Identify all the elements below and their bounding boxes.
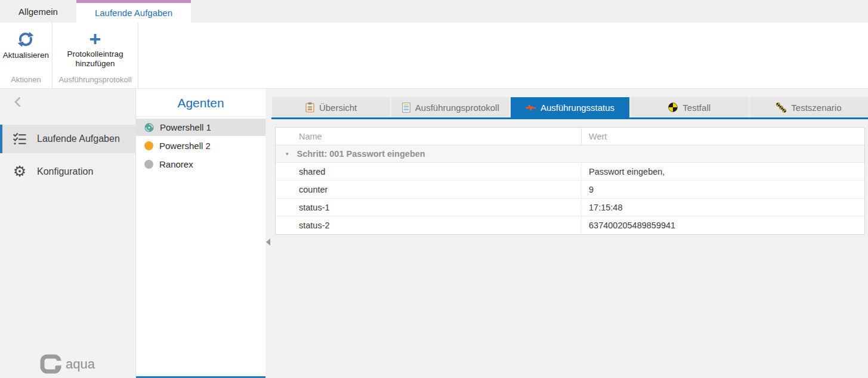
refresh-button-label: Aktualisieren bbox=[3, 51, 49, 60]
table-header-row: Name Wert bbox=[276, 128, 864, 145]
refresh-icon bbox=[16, 30, 35, 49]
agent-offline-status-icon bbox=[144, 160, 153, 169]
sidebar: Laufende Aufgaben ⚙ Konfiguration aqua bbox=[0, 89, 136, 378]
application-window: Allgemein Laufende Aufgaben bbox=[0, 0, 868, 378]
panel-collapse-arrow[interactable] bbox=[266, 238, 270, 246]
agent-item-powershell-2[interactable]: Powershell 2 bbox=[136, 137, 265, 154]
agent-item-ranorex[interactable]: Ranorex bbox=[136, 156, 265, 173]
pulse-icon bbox=[526, 103, 536, 111]
sidebar-item-label: Konfiguration bbox=[37, 166, 93, 177]
gear-icon: ⚙ bbox=[12, 164, 27, 179]
agents-panel-title: Agenten bbox=[136, 89, 265, 117]
ribbon-tab-laufende-aufgaben[interactable]: Laufende Aufgaben bbox=[76, 0, 191, 23]
plus-icon: + bbox=[89, 30, 101, 48]
tab-testfall[interactable]: Testfall bbox=[631, 97, 749, 117]
cell-value: 17:15:48 bbox=[581, 199, 864, 216]
testcase-icon bbox=[668, 103, 678, 112]
sidebar-item-laufende-aufgaben[interactable]: Laufende Aufgaben bbox=[0, 125, 135, 153]
agent-label: Powershell 2 bbox=[159, 141, 211, 151]
table-row[interactable]: shared Passwort eingeben, bbox=[276, 163, 864, 181]
collapse-icon: ▾ bbox=[286, 151, 289, 157]
tab-label: Testfall bbox=[682, 103, 711, 113]
agent-label: Powershell 1 bbox=[160, 122, 211, 132]
add-log-entry-button-label: Protokolleintrag hinzufügen bbox=[56, 49, 135, 69]
tab-label: Ausführungsprotokoll bbox=[415, 103, 499, 113]
ribbon-group-label-ausfuehrungsprotokoll: Ausführungsprotokoll bbox=[52, 75, 138, 88]
cell-name: shared bbox=[276, 167, 581, 176]
agents-panel: Agenten Powershell 1 Powershell 2 bbox=[136, 89, 265, 378]
sidebar-item-label: Laufende Aufgaben bbox=[37, 134, 120, 144]
testscenario-icon bbox=[776, 103, 786, 113]
main-pane: Übersicht Ausführungsprotokoll bbox=[271, 89, 868, 378]
log-list-icon bbox=[402, 103, 410, 113]
agent-label: Ranorex bbox=[159, 159, 193, 169]
tab-label: Testszenario bbox=[791, 103, 841, 113]
column-header-wert: Wert bbox=[581, 128, 864, 145]
ribbon-group-aktionen: Aktualisieren Aktionen bbox=[0, 23, 52, 88]
ribbon-tab-strip: Allgemein Laufende Aufgaben bbox=[0, 0, 868, 23]
content-area: Laufende Aufgaben ⚙ Konfiguration aqua bbox=[0, 89, 868, 378]
cell-value: 9 bbox=[581, 181, 864, 198]
chevron-left-icon bbox=[12, 95, 24, 109]
cell-value: Passwort eingeben, bbox=[581, 163, 864, 180]
ribbon-group-ausfuehrungsprotokoll: + Protokolleintrag hinzufügen Ausführung… bbox=[52, 23, 138, 88]
agent-busy-status-icon bbox=[144, 141, 153, 150]
table-row[interactable]: status-2 637400205489859941 bbox=[276, 216, 864, 234]
aqua-logo: aqua bbox=[39, 354, 95, 374]
clipboard-icon bbox=[305, 102, 314, 113]
tab-bar-underline bbox=[271, 117, 868, 119]
task-list-icon bbox=[12, 131, 27, 147]
sidebar-item-konfiguration[interactable]: ⚙ Konfiguration bbox=[0, 157, 135, 186]
tab-ausfuehrungsstatus[interactable]: Ausführungsstatus bbox=[511, 97, 629, 117]
ribbon: Aktualisieren Aktionen + Protokolleintra… bbox=[0, 23, 868, 89]
status-table: Name Wert ▾ Schritt: 001 Passwort eingeb… bbox=[275, 127, 865, 235]
cell-value: 637400205489859941 bbox=[581, 216, 864, 234]
ribbon-tab-allgemein[interactable]: Allgemein bbox=[0, 0, 76, 23]
tab-label: Ausführungsstatus bbox=[540, 103, 614, 113]
cell-name: counter bbox=[276, 185, 581, 194]
column-header-name: Name bbox=[276, 132, 581, 141]
table-row[interactable]: counter 9 bbox=[276, 181, 864, 199]
table-group-row[interactable]: ▾ Schritt: 001 Passwort eingeben bbox=[276, 145, 864, 163]
detail-tab-bar: Übersicht Ausführungsprotokoll bbox=[272, 97, 868, 117]
aqua-logo-text: aqua bbox=[66, 357, 95, 372]
cell-name: status-2 bbox=[276, 221, 581, 230]
agent-item-powershell-1[interactable]: Powershell 1 bbox=[136, 119, 265, 136]
sidebar-collapse-button[interactable] bbox=[0, 89, 135, 115]
agent-running-status-icon bbox=[144, 123, 154, 132]
refresh-button[interactable]: Aktualisieren bbox=[1, 27, 51, 63]
group-row-label: Schritt: 001 Passwort eingeben bbox=[297, 149, 425, 159]
ribbon-group-label-aktionen: Aktionen bbox=[0, 75, 52, 88]
tab-label: Übersicht bbox=[319, 103, 357, 113]
cell-name: status-1 bbox=[276, 203, 581, 212]
add-log-entry-button[interactable]: + Protokolleintrag hinzufügen bbox=[54, 27, 137, 71]
tab-ausfuehrungsprotokoll[interactable]: Ausführungsprotokoll bbox=[391, 97, 509, 117]
table-row[interactable]: status-1 17:15:48 bbox=[276, 199, 864, 216]
sidebar-nav: Laufende Aufgaben ⚙ Konfiguration bbox=[0, 125, 135, 186]
tab-testszenario[interactable]: Testszenario bbox=[750, 97, 868, 117]
tab-uebersicht[interactable]: Übersicht bbox=[272, 97, 390, 117]
aqua-logo-icon bbox=[39, 354, 62, 374]
